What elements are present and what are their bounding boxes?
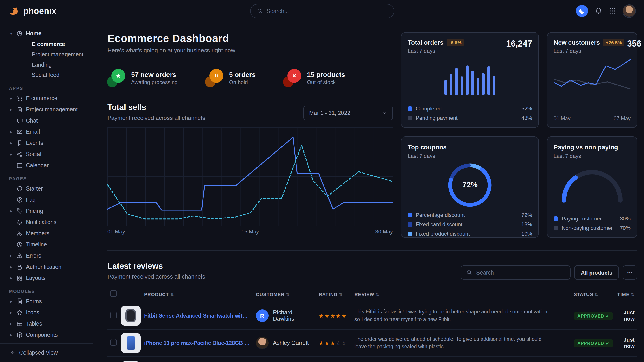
sidebar-item-starter[interactable]: Starter <box>5 183 87 194</box>
x-tick: 07 May <box>614 116 630 121</box>
reviews-table: PRODUCT⇅CUSTOMER⇅RATING⇅REVIEW⇅STATUS⇅TI… <box>108 286 637 362</box>
sidebar-item-email[interactable]: ▸ Email <box>5 126 87 137</box>
sidebar-item-calendar[interactable]: Calendar <box>5 160 87 171</box>
collapsed-view-toggle[interactable]: Collapsed View <box>0 343 93 362</box>
select-all-checkbox[interactable] <box>110 290 117 297</box>
sort-icon: ⇅ <box>286 292 290 297</box>
sidebar-item-label: Layouts <box>26 275 46 281</box>
theme-toggle-button[interactable] <box>576 5 588 17</box>
sidebar-item-timeline[interactable]: Timeline <box>5 239 87 250</box>
product-image[interactable] <box>121 306 140 326</box>
caret-right-icon: ▸ <box>9 310 14 315</box>
bar <box>471 71 474 95</box>
column-header-status[interactable]: STATUS⇅ <box>571 286 611 302</box>
sidebar-item-errors[interactable]: ▸ Errors <box>5 250 87 261</box>
sidebar-subitem-landing[interactable]: Landing <box>19 60 87 70</box>
reviews-search-input[interactable] <box>476 269 565 276</box>
bell-icon <box>16 219 23 225</box>
legend-item: Pending payment 48% <box>408 115 532 121</box>
legend-label: Non-paying customer <box>562 225 613 231</box>
review-time: Just now <box>611 329 637 357</box>
sidebar-item-faq[interactable]: Faq <box>5 194 87 205</box>
customer-name: Richard Dawkins <box>273 310 313 322</box>
brand[interactable]: phoenix <box>8 5 93 17</box>
sidebar-item-project-management[interactable]: ▸ Project management <box>5 104 87 115</box>
product-link[interactable]: iPhone 13 pro max-Pacific Blue-128GB sto… <box>144 340 250 346</box>
more-options-button[interactable]: ⋯ <box>622 265 637 280</box>
date-range-select[interactable]: Mar 1 - 31, 2022 <box>304 105 393 120</box>
notifications-button[interactable] <box>595 7 602 15</box>
sidebar-item-layouts[interactable]: ▸ Layouts <box>5 272 87 284</box>
bar <box>444 80 447 95</box>
caret-right-icon: ▸ <box>9 333 14 337</box>
sidebar-item-icons[interactable]: ▸ Icons <box>5 307 87 318</box>
sidebar-item-social[interactable]: ▸ Social <box>5 148 87 160</box>
sidebar-nav: ▾ HomeE commerceProject managementLandin… <box>0 28 93 343</box>
sidebar-item-label: Timeline <box>26 241 47 248</box>
rating-stars: ★★★★★ <box>319 312 347 319</box>
caret-right-icon: ▸ <box>9 96 14 100</box>
new-customers-value: 356 <box>624 39 641 49</box>
reviews-search[interactable] <box>460 265 570 280</box>
customer-cell: RRichard Dawkins <box>256 310 313 322</box>
legend-item: Fixed card discount 18% <box>408 221 532 228</box>
table-row[interactable] <box>108 357 637 362</box>
column-header-customer[interactable]: CUSTOMER⇅ <box>253 286 316 302</box>
phoenix-logo-icon <box>8 5 20 17</box>
sidebar-item-chat[interactable]: Chat <box>5 115 87 126</box>
sidebar-item-notifications[interactable]: Notifications <box>5 216 87 228</box>
sidebar-item-e-commerce[interactable]: ▸ E commerce <box>5 93 87 104</box>
sidebar: ▾ HomeE commerceProject managementLandin… <box>0 22 93 362</box>
reviews-table-body: Fitbit Sense Advanced Smartwatch with To… <box>108 302 637 362</box>
column-header-time[interactable]: TIME⇅ <box>611 286 637 302</box>
grid-icon <box>16 275 23 281</box>
sidebar-item-label: E commerce <box>26 95 57 101</box>
column-header-rating[interactable]: RATING⇅ <box>316 286 352 302</box>
x-status-icon <box>283 69 301 87</box>
sidebar-subitem-e-commerce[interactable]: E commerce <box>19 39 87 50</box>
legend-item: Fixed product discount 10% <box>408 231 532 237</box>
sidebar-item-home[interactable]: ▾ Home <box>5 28 87 39</box>
sidebar-subitem-social-feed[interactable]: Social feed <box>19 70 87 80</box>
column-header-review[interactable]: REVIEW⇅ <box>352 286 571 302</box>
sort-icon: ⇅ <box>339 292 343 297</box>
stat-out-of-stock: 15 products Out of stock <box>283 69 345 87</box>
thumb-column-header <box>118 286 142 302</box>
sidebar-item-events[interactable]: ▸ Events <box>5 137 87 148</box>
column-header-product[interactable]: PRODUCT⇅ <box>142 286 253 302</box>
page-title: Ecommerce Dashboard <box>108 32 393 45</box>
total-orders-value: 16,247 <box>504 39 532 49</box>
row-checkbox[interactable] <box>110 339 117 346</box>
sidebar-item-pricing[interactable]: ▸ Pricing <box>5 205 87 216</box>
all-products-button[interactable]: All products <box>574 265 619 280</box>
legend-bullet <box>408 106 412 111</box>
sidebar-item-members[interactable]: Members <box>5 228 87 239</box>
card-period: Last 7 days <box>408 48 464 54</box>
product-link[interactable]: Fitbit Sense Advanced Smartwatch with To… <box>144 313 250 319</box>
sidebar-item-label: Icons <box>26 309 40 316</box>
sidebar-item-authentication[interactable]: ▸ Authentication <box>5 261 87 272</box>
caret-right-icon: ▸ <box>9 152 14 156</box>
sidebar-item-label: Starter <box>26 185 43 192</box>
legend-value: 52% <box>518 105 532 112</box>
sidebar-subitem-project-management[interactable]: Project management <box>19 50 87 60</box>
sidebar-section-title-apps: APPS <box>9 86 84 91</box>
bar <box>460 76 463 95</box>
sidebar-item-components[interactable]: ▸ Components <box>5 329 87 340</box>
caret-down-icon: ▾ <box>9 31 14 35</box>
avatar <box>256 337 268 349</box>
product-image[interactable] <box>121 333 140 353</box>
global-search[interactable] <box>250 4 394 18</box>
apps-menu-button[interactable] <box>609 7 616 14</box>
user-avatar[interactable] <box>622 4 636 18</box>
legend-value: 48% <box>518 115 532 121</box>
paying-legend: Paying customer 30% Non-paying customer … <box>554 216 630 231</box>
legend-bullet <box>408 232 412 236</box>
users-icon <box>16 230 23 236</box>
row-checkbox[interactable] <box>110 312 117 318</box>
global-search-input[interactable] <box>266 8 387 14</box>
sidebar-item-tables[interactable]: ▸ Tables <box>5 318 87 329</box>
sidebar-item-forms[interactable]: ▸ Forms <box>5 296 87 307</box>
stat-awating-processing: 57 new orders Awating processing <box>108 69 178 87</box>
caret-right-icon: ▸ <box>9 129 14 134</box>
